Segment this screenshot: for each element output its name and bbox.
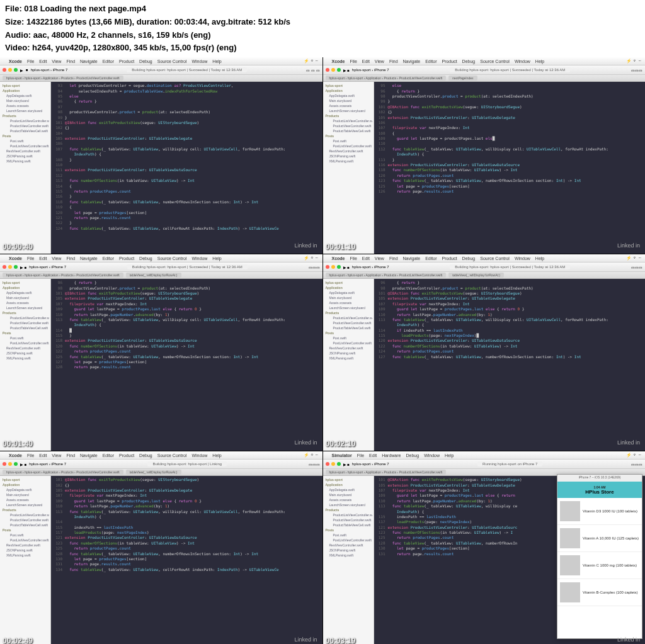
mac-menubar[interactable]: SimulatorFileEditHardwareDebugWindowHelp… [323, 451, 646, 460]
m[interactable]: Debug [406, 453, 420, 458]
m[interactable]: View [52, 256, 61, 261]
sb[interactable]: JSONParsing.swift [324, 548, 372, 553]
sb[interactable]: JSONParsing.swift [1, 351, 49, 356]
sidebar-root[interactable]: hplus-sport [1, 83, 49, 88]
toolbar[interactable]: ▶ ■hplus-sport › iPhone 7Building hplus-… [323, 263, 646, 272]
sb[interactable]: Application [324, 88, 372, 93]
sb[interactable]: Main.storyboard [324, 98, 372, 103]
sb[interactable]: LaunchScreen.storyboard [324, 305, 372, 310]
sb[interactable]: ProductViewController.swift [324, 320, 372, 325]
code-editor[interactable]: 96 { return } 98 productViewController.p… [374, 279, 646, 451]
sb[interactable]: RestViewController.swift [324, 346, 372, 351]
m[interactable]: Help [535, 256, 544, 261]
m[interactable]: Product [119, 453, 134, 458]
sb[interactable]: Products [324, 507, 372, 512]
sb[interactable]: hplus-sport [324, 83, 372, 88]
sb[interactable]: JSONParsing.swift [1, 548, 49, 553]
sb[interactable]: hplus-sport [1, 280, 49, 285]
m[interactable]: Edit [369, 453, 377, 458]
sb[interactable]: ProductListViewController.swift [324, 512, 372, 517]
sb[interactable]: Main.storyboard [324, 295, 372, 300]
list-item[interactable]: Vitamin A 10,000 IU (125 caplets) [557, 525, 642, 552]
mac-menubar[interactable]: XcodeFileEditViewFindNavigateEditorProdu… [0, 451, 322, 460]
breadcrumb-bar[interactable]: hplus-sport › hplus-sport › Application … [323, 75, 646, 82]
sb[interactable]: AppDelegate.swift [1, 290, 49, 295]
m[interactable]: Help [212, 256, 221, 261]
stop-button[interactable]: ■ [26, 68, 28, 72]
m[interactable]: Navigate [80, 453, 98, 458]
sb[interactable]: ProductListViewController.swift [1, 512, 49, 517]
sidebar-assets[interactable]: Assets.xcassets [1, 103, 49, 108]
m[interactable]: Debug [462, 256, 476, 261]
m[interactable]: File [27, 453, 34, 458]
m[interactable]: File [357, 453, 364, 458]
app[interactable]: Xcode [332, 256, 345, 261]
sb[interactable]: Products [1, 310, 49, 315]
sb[interactable]: Assets.xcassets [324, 497, 372, 502]
sb[interactable]: Posts [324, 528, 372, 533]
scheme[interactable]: hplus-sport › iPhone 7 [352, 265, 389, 269]
menu-window[interactable]: Window [515, 59, 530, 64]
sb[interactable]: ProductTableViewCell.swift [1, 523, 49, 528]
jump-bar[interactable]: nextPageIndex [448, 76, 477, 81]
m[interactable]: Find [389, 256, 398, 261]
jb[interactable]: tableView(_:willDisplay:forRowAt:) [448, 273, 504, 278]
sidebar-plc[interactable]: PostListViewController.swift [1, 144, 49, 149]
sb[interactable]: ProductViewController.swift [1, 517, 49, 523]
mac-menubar[interactable]: Xcode File Edit View Find Navigate Edito… [0, 57, 322, 65]
m[interactable]: Edit [39, 453, 47, 458]
menu-help[interactable]: Help [212, 59, 221, 64]
menu-debug[interactable]: Debug [462, 59, 476, 64]
sb[interactable]: LaunchScreen.storyboard [324, 502, 372, 507]
m[interactable]: Window [515, 256, 530, 261]
sb[interactable]: Posts [1, 528, 49, 533]
scheme[interactable]: hplus-sport › iPhone 7 [29, 462, 66, 466]
code-editor[interactable]: 95 else 96 { return } 98 productViewCont… [374, 82, 646, 254]
app[interactable]: Xcode [9, 453, 22, 458]
sb[interactable]: ProductViewController.swift [1, 320, 49, 325]
sb[interactable]: XMLParsing.swift [324, 356, 372, 361]
sb[interactable]: Products [1, 507, 49, 512]
sb[interactable]: Main.storyboard [1, 492, 49, 497]
sb[interactable]: RestViewController.swift [324, 149, 372, 154]
mac-menubar[interactable]: Xcode FileEditViewFindNavigateEditorProd… [323, 57, 646, 65]
m[interactable]: Navigate [403, 256, 421, 261]
toolbar[interactable]: ▶ ■hplus-sport › iPhone 7Building hplus-… [0, 460, 322, 469]
m[interactable]: Find [66, 256, 75, 261]
breadcrumb[interactable]: hplus-sport › hplus-sport › Application … [0, 272, 322, 279]
sb[interactable]: LaunchScreen.storyboard [324, 108, 372, 113]
sb[interactable]: XMLParsing.swift [1, 553, 49, 558]
project-navigator[interactable]: hplus-sport Application AppDelegate.swif… [0, 82, 51, 254]
run-button[interactable]: ▶ [20, 68, 23, 72]
sb[interactable]: ProductTableViewCell.swift [1, 325, 49, 330]
sb[interactable]: Post.swift [1, 336, 49, 341]
nav[interactable]: hplus-sportApplicationAppDelegate.swiftM… [323, 279, 374, 451]
sb[interactable]: JSONParsing.swift [324, 154, 372, 159]
sb[interactable]: Assets.xcassets [1, 300, 49, 305]
ios-simulator[interactable]: iPhone 7 – iOS 10.3 (14E269) 1:04 AM HPl… [557, 474, 642, 639]
list-item[interactable]: Vitamin C 1000 mg (100 tablets) [557, 552, 642, 579]
m[interactable]: Help [212, 453, 221, 458]
sb[interactable]: Assets.xcassets [1, 497, 49, 502]
sb[interactable]: JSONParsing.swift [324, 351, 372, 356]
sb[interactable]: PostListViewController.swift [324, 144, 372, 149]
sb[interactable]: hplus-sport [324, 477, 372, 482]
sidebar-products[interactable]: Products [1, 113, 49, 118]
sb[interactable]: hplus-sport [324, 280, 372, 285]
xcode-toolbar[interactable]: ▶■ hplus-sport › iPhone 7 Building hplus… [0, 65, 322, 75]
sb[interactable]: ProductTableViewCell.swift [324, 325, 372, 330]
sb[interactable]: XMLParsing.swift [324, 159, 372, 164]
sb[interactable]: ProductListViewController.swift [1, 315, 49, 320]
sb[interactable]: Application [324, 482, 372, 487]
scheme[interactable]: hplus-sport › iPhone 7 [352, 68, 389, 72]
m[interactable]: View [375, 256, 384, 261]
sb[interactable]: Products [324, 113, 372, 118]
bc[interactable]: hplus-sport › hplus-sport › Application … [326, 273, 447, 278]
m[interactable]: Window [191, 453, 207, 458]
sb[interactable]: LaunchScreen.storyboard [1, 502, 49, 507]
sb[interactable]: ProductTableViewCell.swift [324, 128, 372, 133]
m[interactable]: Editor [103, 453, 114, 458]
sb[interactable]: Assets.xcassets [324, 300, 372, 305]
sb[interactable]: ProductViewController.swift [324, 517, 372, 523]
sb[interactable]: Application [324, 285, 372, 290]
